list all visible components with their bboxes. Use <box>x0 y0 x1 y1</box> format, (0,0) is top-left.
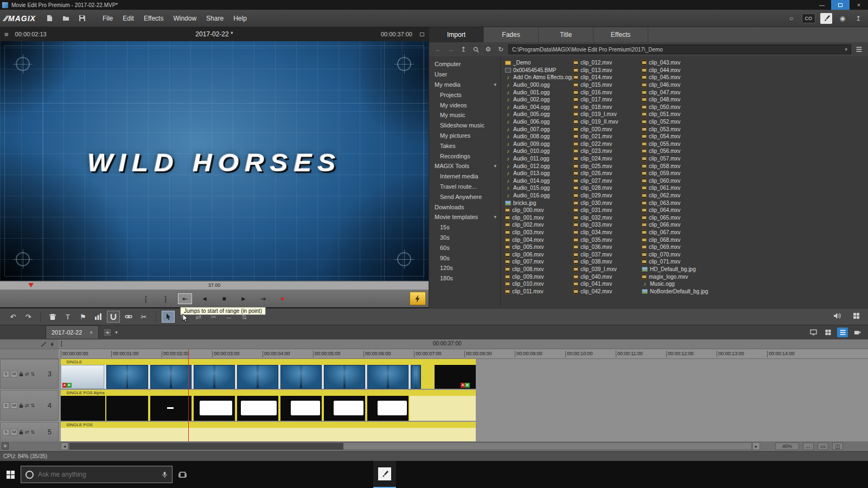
track-height-icon[interactable]: ⇅ <box>31 403 35 408</box>
file-item[interactable]: clip_035.mxv <box>573 236 641 243</box>
file-item[interactable]: clip_058.mxv <box>642 162 709 170</box>
file-item[interactable]: clip_069.mxv <box>642 243 709 251</box>
timeline-clip[interactable] <box>237 365 278 389</box>
file-item[interactable]: clip_068.mxv <box>642 236 709 243</box>
lock-icon[interactable] <box>19 403 23 408</box>
file-item[interactable]: clip_052.mxv <box>642 118 709 126</box>
horizontal-scrollbar[interactable] <box>69 442 752 450</box>
undo-button[interactable]: ↶ <box>7 311 20 323</box>
multicam-view-icon[interactable] <box>852 328 863 337</box>
add-movie-button[interactable]: + <box>103 328 112 337</box>
range-in-marker[interactable]: [ <box>61 341 62 346</box>
mute-button[interactable]: M <box>11 371 17 377</box>
save-project-icon[interactable] <box>77 13 88 24</box>
file-item[interactable]: ♪Audio_002.ogg <box>505 96 572 104</box>
timeline-clip[interactable] <box>61 396 105 421</box>
file-item[interactable]: clip_041.mxv <box>573 280 641 288</box>
file-item[interactable]: clip_004.mxv <box>505 236 572 243</box>
file-item[interactable]: clip_014.mxv <box>573 74 641 81</box>
title-object[interactable] <box>291 401 320 415</box>
zoom-preset-2-icon[interactable]: ◫ <box>832 442 843 450</box>
task-view-button[interactable] <box>173 461 192 488</box>
title-object[interactable] <box>241 401 277 415</box>
back-icon[interactable]: ← <box>433 44 443 54</box>
file-item[interactable]: clip_051.mxv <box>642 111 709 118</box>
title-object[interactable] <box>334 401 363 415</box>
sidebar-item-180s[interactable]: 180s <box>429 273 500 284</box>
sidebar-item-my-videos[interactable]: My videos <box>429 100 500 110</box>
file-item[interactable]: ♪Audio_004.ogg <box>505 104 572 111</box>
file-item[interactable]: clip_028.mxv <box>573 184 641 192</box>
status-circle-icon[interactable]: ○ <box>786 13 797 24</box>
timeline-clip[interactable]: AB <box>435 365 476 389</box>
file-item[interactable]: clip_011.mxv <box>505 287 572 295</box>
menu-file[interactable]: File <box>98 12 118 24</box>
file-item[interactable]: ♪Audio_012.ogg <box>505 162 572 170</box>
timeline-clip[interactable] <box>194 396 235 421</box>
waveform-display-button[interactable] <box>92 311 105 323</box>
mixer-icon[interactable] <box>852 312 860 322</box>
file-item[interactable]: clip_036.mxv <box>573 243 641 251</box>
new-project-icon[interactable] <box>44 13 55 24</box>
file-item[interactable]: 0x00454545.BMP <box>505 67 572 74</box>
sidebar-item-internet-media[interactable]: Internet media <box>429 171 500 182</box>
file-item[interactable]: ♪Audio_007.ogg <box>505 125 572 133</box>
preview-scrub-bar[interactable]: 37.00 <box>0 281 429 290</box>
file-item[interactable]: clip_021.mxv <box>573 133 641 140</box>
timeline-clip[interactable] <box>421 365 435 389</box>
file-item[interactable]: clip_029.mxv <box>573 192 641 200</box>
stop-button[interactable]: ■ <box>217 293 231 304</box>
file-item[interactable]: ♪Audio_015.ogg <box>505 184 572 192</box>
curve-icon[interactable] <box>41 342 47 347</box>
scrub-playhead-marker[interactable] <box>28 283 34 287</box>
file-item[interactable]: clip_005.mxv <box>505 243 572 251</box>
file-item[interactable]: clip_042.mxv <box>573 287 641 295</box>
file-item[interactable]: clip_053.mxv <box>642 125 709 133</box>
file-item[interactable]: clip_008.mxv <box>505 266 572 273</box>
file-item[interactable]: clip_027.mxv <box>573 177 641 185</box>
open-project-icon[interactable] <box>61 13 72 24</box>
transition-icon[interactable]: ⇄ <box>25 429 29 435</box>
file-item[interactable]: clip_030.mxv <box>573 199 641 207</box>
file-item[interactable]: clip_020.mxv <box>573 125 641 133</box>
file-item[interactable]: ♪Audio_009.ogg <box>505 140 572 148</box>
timeline-clip[interactable] <box>237 396 278 421</box>
record-button[interactable]: ● <box>276 293 290 304</box>
file-item[interactable]: clip_018.mxv <box>573 104 641 111</box>
tab-effects[interactable]: Effects <box>593 27 648 42</box>
movie-list-dropdown-icon[interactable]: ▾ <box>115 330 118 335</box>
file-item[interactable]: clip_023.mxv <box>573 147 641 155</box>
menu-effects[interactable]: Effects <box>139 12 168 24</box>
file-item[interactable]: ♪Audio_013.ogg <box>505 170 572 177</box>
sidebar-item-my-music[interactable]: My music <box>429 110 500 120</box>
solo-button[interactable]: S <box>3 402 9 409</box>
mark-out-button[interactable]: ] <box>158 293 173 304</box>
file-item[interactable]: clip_040.mxv <box>573 273 641 280</box>
file-item[interactable]: clip_013.mxv <box>573 67 641 74</box>
keyframe-zap-icon[interactable] <box>49 342 55 347</box>
timeline-clip[interactable] <box>106 365 148 389</box>
co-badge[interactable]: CO <box>802 14 816 23</box>
file-item[interactable]: clip_009.mxv <box>505 273 572 280</box>
title-object[interactable] <box>200 401 232 415</box>
file-item[interactable]: _Demo <box>505 59 572 67</box>
timeline-clip[interactable] <box>194 365 235 389</box>
scrollbar-thumb[interactable] <box>69 443 343 450</box>
file-item[interactable]: clip_054.mxv <box>642 133 709 140</box>
file-item[interactable]: clip_025.mxv <box>573 162 641 170</box>
file-item[interactable]: ♪Audio_000.ogg <box>505 81 572 89</box>
file-item[interactable]: clip_019_I.mxv <box>573 111 641 118</box>
transition-icon[interactable]: ⇄ <box>25 371 29 377</box>
track-height-icon[interactable]: ⇅ <box>31 429 35 435</box>
audio-mute-icon[interactable] <box>833 312 841 322</box>
maximize-button[interactable] <box>831 0 850 10</box>
file-item[interactable]: clip_017.mxv <box>573 96 641 104</box>
record-sphere-icon[interactable]: ◉ <box>837 13 848 24</box>
export-icon[interactable]: ↥ <box>853 13 864 24</box>
set-marker-button[interactable]: ⚑ <box>76 311 90 323</box>
timeline-clip[interactable]: AB <box>61 365 104 389</box>
jump-range-start-button[interactable]: ⇤ <box>178 293 192 304</box>
taskbar-magix-app[interactable] <box>373 461 396 488</box>
detach-monitor-icon[interactable] <box>420 33 424 36</box>
file-item[interactable]: clip_007.mxv <box>505 258 572 266</box>
